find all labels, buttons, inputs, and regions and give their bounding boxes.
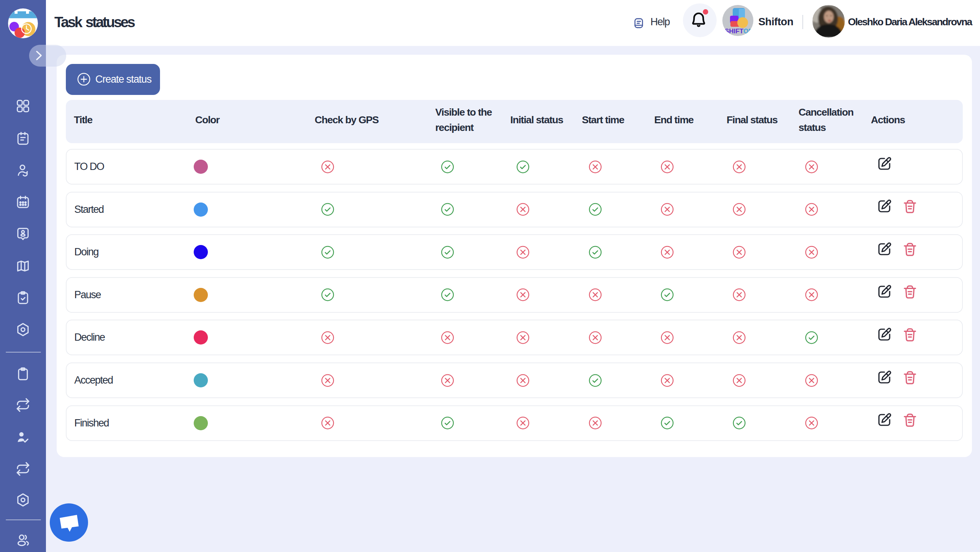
- svg-text:ON: ON: [743, 28, 753, 35]
- svg-text:SHIFT: SHIFT: [725, 28, 744, 35]
